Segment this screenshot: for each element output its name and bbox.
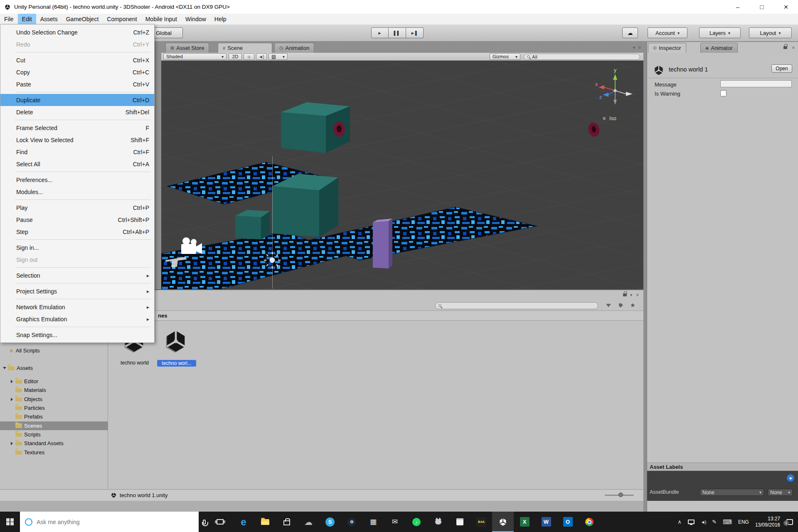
play-button[interactable]: ► (371, 27, 389, 38)
taskbar-app-calendar[interactable] (449, 512, 470, 532)
taskbar-app-outlook[interactable]: O (557, 512, 579, 532)
gizmo-menu-icon[interactable]: ≡ (603, 116, 606, 121)
tab-animator[interactable]: ◈Animator (700, 43, 738, 53)
gizmo-x-label[interactable]: x (595, 81, 598, 87)
layout-dropdown[interactable]: Layout▾ (749, 27, 792, 38)
menu-item-network-emulation[interactable]: Network Emulation▸ (0, 301, 154, 313)
taskbar-app-onedrive[interactable]: ☁ (298, 512, 319, 532)
menu-item-snap-settings[interactable]: Snap Settings... (0, 329, 154, 341)
taskbar-app-excel[interactable]: X (514, 512, 535, 532)
step-button[interactable]: ►▌ (406, 27, 424, 38)
task-view-icon[interactable] (217, 519, 224, 525)
open-button[interactable]: Open (771, 64, 792, 73)
menu-component[interactable]: Component (103, 14, 141, 25)
projection-mode-label[interactable]: Iso (609, 116, 616, 121)
language-indicator[interactable]: ENG (738, 519, 749, 525)
menu-assets[interactable]: Assets (36, 14, 62, 25)
taskbar-app-edge[interactable]: e (233, 512, 254, 532)
search-by-type-icon[interactable] (606, 304, 611, 307)
assetbundle-variant-dropdown[interactable]: None▾ (768, 489, 793, 496)
tree-item-standard-assets[interactable]: Standard Assets (0, 439, 108, 448)
account-dropdown[interactable]: Account▾ (648, 27, 687, 38)
scene-search-input[interactable]: All (524, 54, 640, 60)
minimize-button[interactable]: – (726, 0, 750, 14)
tree-item-textures[interactable]: Textures (0, 448, 108, 457)
scene-viewport[interactable]: y x z ≡ Iso (161, 61, 643, 289)
tray-volume-icon[interactable]: ◄) (701, 520, 706, 525)
taskbar-app-skype[interactable]: S (319, 512, 341, 532)
purple-pillar[interactable] (373, 219, 392, 268)
assetbundle-dropdown[interactable]: None▾ (700, 489, 764, 496)
favorites-star-icon[interactable]: ★ (630, 302, 635, 308)
expand-arrow-icon[interactable] (11, 442, 13, 445)
taskbar-app-spotify[interactable]: ♪ (406, 512, 427, 532)
taskbar-app-b4a[interactable]: B4A (470, 512, 492, 532)
menu-item-delete[interactable]: DeleteShift+Del (0, 106, 154, 118)
menu-item-modules[interactable]: Modules... (0, 186, 154, 198)
menu-file[interactable]: File (0, 14, 18, 25)
shading-mode-dropdown[interactable]: Shaded▾ (163, 53, 227, 60)
gizmo-y-label[interactable]: y (614, 67, 616, 73)
zoom-slider-knob[interactable] (618, 493, 623, 497)
file-label-selected[interactable]: techno worl... (157, 360, 196, 367)
tree-item-objects[interactable]: Objects (0, 395, 108, 404)
tree-item-all-scripts[interactable]: ★All Scripts (0, 346, 108, 355)
add-label-button[interactable]: ◆ (787, 474, 794, 482)
start-button[interactable] (0, 512, 20, 532)
panel-caret-icon[interactable]: ▾ (630, 293, 632, 297)
is-warning-checkbox[interactable] (720, 90, 727, 96)
tab-inspector[interactable]: ⊙Inspector (648, 43, 686, 53)
taskbar-app-file-explorer[interactable] (254, 512, 276, 532)
menu-item-play[interactable]: PlayCtrl+P (0, 202, 154, 214)
layers-dropdown[interactable]: Layers▾ (699, 27, 741, 38)
menu-item-pause[interactable]: PauseCtrl+Shift+P (0, 214, 154, 226)
expand-arrow-icon[interactable] (3, 367, 6, 369)
tab-scene[interactable]: #Scene (218, 43, 272, 53)
cloud-services-button[interactable]: ☁ (622, 27, 638, 38)
cube-medium[interactable] (272, 174, 338, 237)
menu-help[interactable]: Help (210, 14, 231, 25)
gizmos-dropdown[interactable]: Gizmos▾ (490, 53, 520, 60)
menu-item-select-all[interactable]: Select AllCtrl+A (0, 158, 154, 170)
search-input[interactable] (37, 519, 161, 525)
taskbar-app-unity[interactable] (492, 512, 514, 532)
menu-item-undo-selection-change[interactable]: Undo Selection ChangeCtrl+Z (0, 26, 154, 38)
tab-asset-store[interactable]: ⊞Asset Store (165, 43, 209, 53)
asset-labels-header[interactable]: Asset Labels (647, 463, 798, 471)
menu-item-duplicate[interactable]: DuplicateCtrl+D (0, 94, 154, 106)
scene-audio-toggle[interactable]: ◄) (256, 53, 267, 60)
menu-item-project-settings[interactable]: Project Settings▸ (0, 285, 154, 297)
tree-item-scripts[interactable]: Scripts (0, 430, 108, 439)
scene-lighting-toggle[interactable]: ☼ (244, 53, 254, 60)
2d-toggle[interactable]: 2D (229, 53, 242, 60)
clock[interactable]: 13:27 13/09/2016 (755, 516, 780, 528)
close-button[interactable]: × (774, 0, 798, 14)
panel-caret-icon[interactable]: ▾ (633, 45, 635, 50)
menu-gameobject[interactable]: GameObject (62, 14, 103, 25)
tray-keyboard-icon[interactable]: ⌨ (723, 518, 732, 526)
cube-small[interactable] (235, 210, 270, 239)
expand-arrow-icon[interactable] (11, 380, 13, 383)
scene-file-icon[interactable] (163, 328, 189, 356)
menu-item-step[interactable]: StepCtrl+Alt+P (0, 226, 154, 238)
taskbar-app-word[interactable]: W (535, 512, 557, 532)
pause-button[interactable]: ▌▌ (389, 27, 406, 38)
menu-edit[interactable]: Edit (18, 14, 36, 25)
lock-icon[interactable] (783, 46, 787, 49)
panel-menu-icon[interactable]: ≡ (792, 45, 795, 50)
taskbar-app-calculator[interactable]: ▦ (362, 512, 384, 532)
tree-item-materials[interactable]: Materials (0, 386, 108, 394)
breadcrumb[interactable]: nes (108, 311, 643, 321)
panel-menu-icon[interactable]: ≡ (638, 45, 641, 50)
taskbar-app-mail[interactable]: ✉ (384, 512, 406, 532)
taskbar-app-steam[interactable] (341, 512, 362, 532)
menu-window[interactable]: Window (181, 14, 210, 25)
taskbar-app-store[interactable] (276, 512, 298, 532)
menu-item-lock-view-to-selected[interactable]: Lock View to SelectedShift+F (0, 134, 154, 146)
expand-arrow-icon[interactable] (11, 398, 13, 401)
menu-item-cut[interactable]: CutCtrl+X (0, 54, 154, 66)
tree-item-scenes[interactable]: Scenes (0, 421, 108, 430)
taskbar-app-github[interactable] (427, 512, 449, 532)
menu-item-selection[interactable]: Selection▸ (0, 269, 154, 281)
gizmo-z-label[interactable]: z (599, 94, 602, 100)
